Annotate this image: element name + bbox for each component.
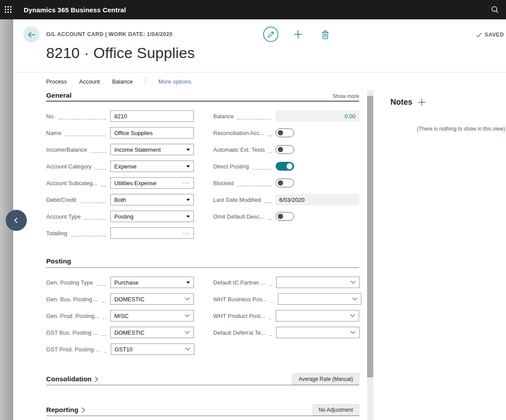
- card-form: General Show more No. Name Income/Balanc…: [46, 90, 359, 416]
- back-button[interactable]: [23, 26, 40, 43]
- scrollbar-thumb[interactable]: [367, 96, 373, 377]
- app-title: Dynamics 365 Business Central: [24, 6, 126, 14]
- no-field[interactable]: [110, 110, 194, 122]
- field-row-default-ic-partner: Default IC Partner ...: [213, 277, 359, 288]
- delete-button[interactable]: [321, 29, 330, 39]
- chevron-left-icon: [12, 216, 21, 225]
- chevron-down-icon: [185, 347, 190, 351]
- dotted-leader: [269, 312, 271, 319]
- more-options-button[interactable]: More options: [158, 78, 191, 85]
- vertical-scrollbar: [367, 90, 373, 420]
- chevron-down-icon: [185, 297, 190, 301]
- search-icon[interactable]: [490, 5, 500, 15]
- tab-separator: [145, 77, 146, 85]
- field-row-blocked: Blocked: [213, 177, 359, 189]
- field-label: Last Date Modified: [213, 197, 261, 203]
- field-label: Balance: [213, 113, 234, 120]
- gst-bus-posting-group-combo[interactable]: DOMESTIC: [110, 327, 194, 338]
- dotted-leader: [104, 346, 106, 353]
- assist-edit-icon[interactable]: ···: [183, 181, 190, 185]
- reporting-section-header[interactable]: Reporting No Adjustment: [46, 404, 359, 416]
- gst-prod-posting-group-combo[interactable]: GST10: [111, 343, 194, 355]
- combo-value: MISC: [114, 313, 185, 319]
- debit-credit-select[interactable]: Both: [110, 194, 194, 205]
- field-row-gst-bus-posting: GST Bus. Posting ... DOMESTIC: [46, 327, 194, 338]
- tab-balance[interactable]: Balance: [112, 78, 133, 85]
- field-label: Default IC Partner ...: [213, 279, 266, 286]
- account-category-select[interactable]: Expense: [110, 161, 194, 172]
- account-type-select[interactable]: Posting: [110, 211, 194, 222]
- direct-posting-toggle[interactable]: [276, 162, 294, 171]
- new-button[interactable]: [294, 30, 302, 39]
- posting-section-title[interactable]: Posting: [46, 257, 71, 265]
- field-value: Utilities Expense: [114, 180, 183, 186]
- field-row-gst-prod-posting: GST Prod. Posting ... GST10: [46, 343, 194, 355]
- edit-button[interactable]: [263, 26, 279, 42]
- tab-process[interactable]: Process: [46, 78, 67, 85]
- reporting-section-title[interactable]: Reporting: [46, 406, 78, 414]
- omit-default-desc-toggle[interactable]: [276, 212, 294, 221]
- automatic-ext-texts-toggle[interactable]: [276, 145, 294, 154]
- field-row-gen-bus-posting: Gen. Bus. Posting ... DOMESTIC: [46, 293, 194, 305]
- dropdown-arrow-icon: [186, 165, 190, 168]
- field-label: Gen. Posting Type: [46, 279, 93, 286]
- default-ic-partner-combo[interactable]: [276, 277, 360, 288]
- wht-product-posting-combo[interactable]: [276, 310, 359, 321]
- field-row-default-deferral: Default Deferral Te...: [213, 327, 359, 338]
- default-deferral-template-combo[interactable]: [276, 327, 360, 338]
- name-field[interactable]: [110, 127, 194, 139]
- collapse-panel-button[interactable]: [6, 210, 27, 231]
- field-label: Automatic Ext. Texts: [213, 146, 265, 153]
- dotted-leader: [237, 179, 271, 186]
- field-row-reconciliation-account: Reconciliation Acc...: [213, 127, 359, 139]
- field-label: Debit/Credit: [46, 197, 76, 203]
- field-row-debit-credit: Debit/Credit Both: [46, 194, 194, 205]
- dotted-leader: [268, 213, 271, 220]
- field-label: WHT Product Post...: [213, 313, 265, 319]
- toggle-knob: [278, 180, 283, 186]
- show-more-link[interactable]: Show more: [332, 93, 359, 99]
- balance-drilldown-link[interactable]: 0.00: [279, 113, 356, 120]
- app-launcher-icon[interactable]: [5, 6, 12, 13]
- field-row-balance: Balance 0.00: [213, 110, 359, 122]
- combo-value: GST10: [115, 346, 185, 353]
- combo-value: DOMESTIC: [114, 329, 185, 336]
- blocked-toggle[interactable]: [276, 179, 294, 187]
- toggle-knob: [287, 163, 293, 169]
- last-date-modified-field: 6/03/2020: [276, 194, 359, 205]
- dotted-leader: [269, 279, 272, 286]
- gen-bus-posting-group-combo[interactable]: DOMESTIC: [110, 293, 194, 305]
- plus-icon: [419, 99, 426, 106]
- save-status-badge: SAVED: [476, 32, 504, 38]
- dotted-leader: [80, 196, 106, 203]
- totalling-field[interactable]: ···: [110, 227, 194, 239]
- income-balance-select[interactable]: Income Statement: [110, 144, 194, 155]
- dotted-leader: [101, 179, 106, 186]
- field-row-omit-default-desc: Omit Default Desc...: [213, 211, 359, 222]
- assist-edit-icon[interactable]: ···: [183, 231, 190, 235]
- dotted-leader: [65, 129, 106, 136]
- tab-account[interactable]: Account: [79, 78, 100, 85]
- field-label: Blocked: [213, 180, 233, 186]
- field-label: Gen. Prod. Posting...: [46, 313, 99, 319]
- wht-business-posting-combo[interactable]: [278, 293, 361, 305]
- chevron-down-icon: [185, 331, 190, 334]
- reconciliation-account-toggle[interactable]: [276, 128, 294, 137]
- account-subcategory-field[interactable]: Utilities Expense ···: [110, 177, 194, 189]
- dotted-leader: [71, 230, 106, 237]
- field-row-wht-product: WHT Product Post...: [213, 310, 359, 321]
- general-section-title[interactable]: General: [46, 91, 72, 99]
- posting-section-header: Posting: [46, 258, 359, 268]
- gen-prod-posting-group-combo[interactable]: MISC: [110, 310, 194, 321]
- pencil-icon: [268, 32, 273, 37]
- chevron-down-icon: [350, 331, 356, 334]
- field-label: Default Deferral Te...: [213, 329, 266, 336]
- page-header: G/L ACCOUNT CARD | WORK DATE: 1/04/2020: [13, 19, 506, 73]
- consolidation-section-header[interactable]: Consolidation Average Rate (Manual): [46, 373, 359, 385]
- gen-posting-type-select[interactable]: Purchase: [110, 277, 194, 288]
- dotted-leader: [103, 312, 106, 319]
- field-row-gen-posting-type: Gen. Posting Type Purchase: [46, 277, 194, 288]
- dotted-leader: [269, 329, 272, 336]
- consolidation-section-title[interactable]: Consolidation: [46, 375, 91, 383]
- add-note-button[interactable]: [418, 99, 426, 106]
